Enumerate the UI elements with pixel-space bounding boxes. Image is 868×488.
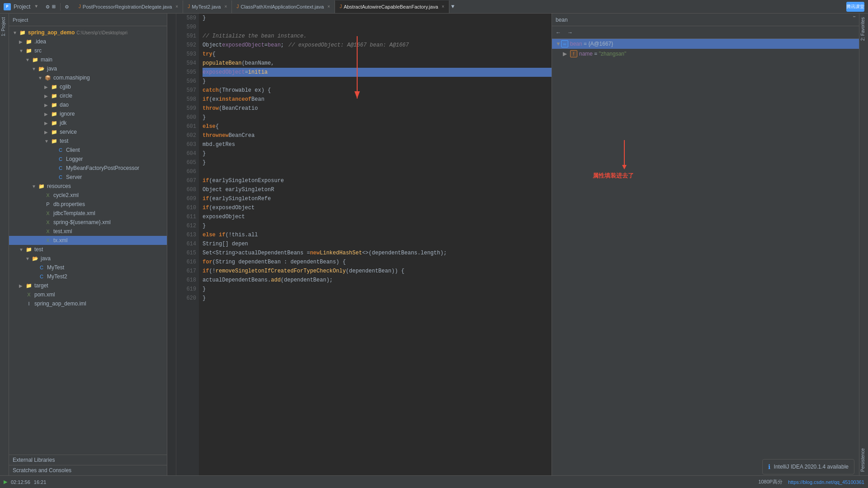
debug-bean-row[interactable]: ▼ ∞ bean = {A@1667} [552, 39, 859, 49]
tree-jdk[interactable]: ▶ 📁 jdk [9, 118, 167, 127]
tab-mytest2[interactable]: J MyTest2.java × [183, 0, 232, 13]
tree-src[interactable]: ▼ 📁 src [9, 46, 167, 55]
tree-circle[interactable]: ▶ 📁 circle [9, 91, 167, 100]
project-title[interactable]: Project [14, 4, 30, 10]
dao-icon: 📁 [51, 101, 58, 108]
tree-jdbctemplate[interactable]: X jdbcTemplate.xml [9, 209, 167, 218]
tab-abstractautowire[interactable]: J AbstractAutowireCapableBeanFactory.jav… [335, 0, 449, 13]
test-inner-icon: 📁 [51, 137, 58, 145]
idea-arrow: ▶ [19, 39, 25, 44]
root-label: spring_aop_demo [28, 29, 75, 36]
run-status-icon: ▶ [4, 479, 7, 485]
java-tab-icon3: J [236, 4, 239, 9]
ignore-arrow: ▶ [44, 112, 51, 117]
minimize-icon[interactable]: ⊞ [52, 3, 56, 10]
code-content: 589 590 591 592 593 594 595 596 597 598 … [167, 14, 859, 475]
service-icon: 📁 [51, 128, 58, 136]
tree-mybeanfactory[interactable]: C MyBeanFactoryPostProcessor [9, 164, 167, 173]
top-bar-right: 腾讯课堂 [846, 2, 864, 12]
main-arrow: ▼ [25, 57, 32, 62]
scroll-indicator[interactable]: ⬆ [851, 14, 858, 20]
jdk-arrow: ▶ [44, 121, 51, 126]
run-time: 02:12:56 [11, 479, 30, 485]
bottom-bar: ▶ 02:12:56 16:21 1080P高分 https://blog.cs… [0, 475, 868, 488]
tree-pom[interactable]: X pom.xml [9, 290, 167, 299]
left-edge-tabs: 1: Project [0, 14, 9, 475]
tree-root[interactable]: ▼ 📁 spring_aop_demo C:\Users\p'c\Desktop… [9, 28, 167, 37]
test-outer-icon: 📁 [25, 246, 33, 253]
debug-name-row[interactable]: ▶ f name = "zhangsan" [552, 49, 859, 59]
tree-resources[interactable]: ▼ 📁 resources [9, 182, 167, 191]
cycle2-xml-icon: X [44, 192, 52, 199]
debug-content[interactable]: ▼ ∞ bean = {A@1667} ▶ f name = "zhangsan… [552, 39, 859, 475]
logger-class-icon: C [57, 155, 64, 163]
sidebar-header: Project [9, 14, 167, 26]
run-position: 16:21 [34, 479, 47, 485]
tree-cycle2xml[interactable]: X cycle2.xml [9, 191, 167, 200]
logo-badge: 腾讯课堂 [846, 2, 864, 12]
top-bar: P Project ▼ ⚙ ⊞ ⚙ J PostProcessorRegistr… [0, 0, 868, 14]
tree-mytest[interactable]: C MyTest [9, 263, 167, 272]
tree-target[interactable]: ▶ 📁 target [9, 281, 167, 290]
tree-java[interactable]: ▼ 📂 java [9, 64, 167, 73]
tree-server[interactable]: C Server [9, 173, 167, 182]
circle-arrow: ▶ [44, 94, 51, 99]
tree-iml[interactable]: I spring_aop_demo.iml [9, 299, 167, 308]
project-dropdown-icon[interactable]: ▼ [35, 4, 38, 9]
debug-panel: bean ← → ▼ ∞ bean = {A@1667} ▶ [552, 14, 859, 475]
persistence-tab[interactable]: Persistence [859, 445, 868, 475]
more-tabs-icon[interactable]: ▼ [451, 4, 454, 10]
tree-main[interactable]: ▼ 📁 main [9, 55, 167, 64]
java-test-arrow: ▼ [25, 256, 32, 261]
tree-package[interactable]: ▼ 📦 com.mashiping [9, 73, 167, 82]
test-inner-arrow: ▼ [44, 139, 51, 144]
tab-close-3[interactable]: × [442, 4, 444, 9]
project-icon: P [4, 3, 11, 10]
notification-text: IntelliJ IDEA 2020.1.4 available [774, 464, 849, 470]
tree-idea[interactable]: ▶ 📁 .idea [9, 37, 167, 46]
sidebar-tab-project[interactable]: 1: Project [0, 14, 9, 40]
favorites-tab[interactable]: 2: Favorites [859, 14, 868, 44]
notification-banner[interactable]: ℹ IntelliJ IDEA 2020.1.4 available [762, 459, 854, 474]
tab-classpathxml[interactable]: J ClassPathXmlApplicationContext.java × [232, 0, 335, 13]
editor-area: 589 590 591 592 593 594 595 596 597 598 … [167, 14, 859, 475]
tree-testxml[interactable]: X test.xml [9, 227, 167, 236]
root-folder-icon: 📁 [19, 29, 26, 36]
tree-client[interactable]: C Client [9, 145, 167, 155]
tab-close-1[interactable]: × [224, 4, 227, 9]
tree-service[interactable]: ▶ 📁 service [9, 127, 167, 136]
tree-spring-username[interactable]: X spring-${username}.xml [9, 218, 167, 227]
txml-icon: X [44, 237, 52, 244]
bean-expand-arrow[interactable]: ▼ [556, 41, 561, 47]
java-tab-icon2: J [188, 4, 190, 9]
tree-java-test[interactable]: ▼ 📂 java [9, 254, 167, 263]
debug-forward-btn[interactable]: → [566, 28, 575, 37]
cglib-arrow: ▶ [44, 84, 51, 89]
tree-dbprops[interactable]: P db.properties [9, 200, 167, 209]
sidebar-tree[interactable]: ▼ 📁 spring_aop_demo C:\Users\p'c\Desktop… [9, 26, 167, 455]
spring-username-icon: X [44, 219, 52, 226]
tab-postprocessor[interactable]: J PostProcessorRegistrationDelegate.java… [74, 0, 183, 13]
tree-dao[interactable]: ▶ 📁 dao [9, 100, 167, 109]
java-arrow: ▼ [32, 66, 38, 71]
external-libraries[interactable]: External Libraries [9, 455, 167, 465]
tab-close-2[interactable]: × [327, 4, 330, 9]
scratches-and-consoles[interactable]: Scratches and Consoles [9, 465, 167, 475]
tree-test-outer[interactable]: ▼ 📁 test [9, 245, 167, 254]
configure-icon[interactable]: ⚙ [46, 3, 49, 10]
test-outer-arrow: ▼ [19, 247, 25, 252]
name-expand-arrow[interactable]: ▶ [563, 51, 568, 57]
tree-logger[interactable]: C Logger [9, 155, 167, 164]
src-folder-icon: 📁 [25, 47, 33, 54]
tree-ignore[interactable]: ▶ 📁 ignore [9, 109, 167, 118]
target-icon: 📁 [25, 282, 33, 289]
tree-mytest2[interactable]: C MyTest2 [9, 272, 167, 281]
java-test-icon: 📂 [32, 255, 39, 262]
tree-txml[interactable]: X tx.xml [9, 236, 167, 245]
tree-cglib[interactable]: ▶ 📁 cglib [9, 82, 167, 91]
settings-icon[interactable]: ⚙ [65, 3, 69, 10]
tree-test-inner[interactable]: ▼ 📁 test [9, 136, 167, 145]
tab-close-0[interactable]: × [175, 4, 178, 9]
debug-back-btn[interactable]: ← [554, 28, 563, 37]
main-folder-icon: 📁 [32, 56, 39, 63]
